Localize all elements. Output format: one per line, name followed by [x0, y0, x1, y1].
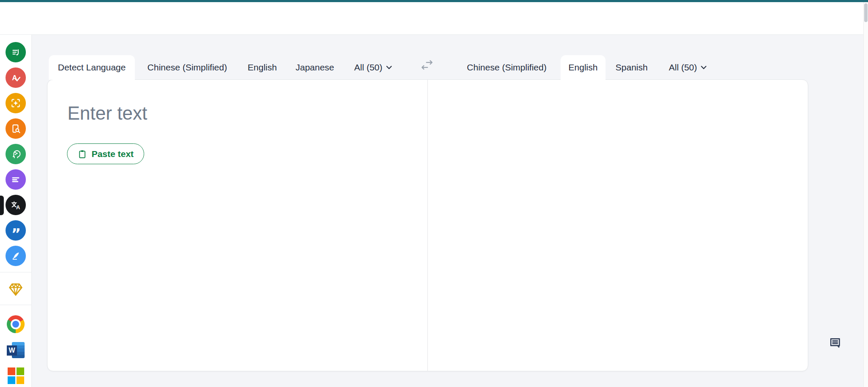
swap-arrows-icon [419, 59, 435, 71]
tab-target-spanish[interactable]: Spanish [609, 55, 654, 79]
sidebar-item-premium[interactable] [6, 279, 26, 299]
sidebar-item-summarizer[interactable] [6, 169, 26, 190]
sidebar-item-paraphraser[interactable] [6, 42, 26, 62]
paraphraser-icon [10, 47, 21, 58]
tab-source-japanese[interactable]: Japanese [290, 55, 340, 79]
quillbot-translate-page: QuillBot Translate Upgrade to Premium A [0, 0, 868, 387]
citation-quotes-icon: ” [11, 230, 20, 238]
svg-text:A: A [16, 204, 20, 210]
feedback-button[interactable] [826, 334, 845, 352]
sidebar-item-chrome-extension[interactable] [6, 314, 26, 334]
clipboard-icon [78, 149, 87, 159]
paste-text-button[interactable]: Paste text [67, 143, 144, 164]
sidebar-item-translator[interactable]: A [6, 195, 26, 215]
tab-target-chinese-simplified[interactable]: Chinese (Simplified) [460, 55, 553, 79]
sidebar-item-microsoft[interactable] [6, 365, 26, 386]
summarizer-icon [10, 174, 21, 185]
accent-top-line [0, 0, 868, 2]
sidebar-item-citation-generator[interactable]: ” [6, 220, 26, 241]
word-icon: W [7, 342, 25, 358]
tab-detect-language[interactable]: Detect Language [49, 55, 135, 80]
tab-source-chinese-simplified[interactable]: Chinese (Simplified) [145, 55, 230, 79]
target-text-output [428, 80, 808, 371]
chrome-icon [7, 315, 25, 333]
tab-target-english[interactable]: English [561, 55, 606, 80]
swap-languages-button[interactable] [417, 56, 437, 73]
scrollbar[interactable] [863, 0, 868, 387]
microsoft-icon [8, 367, 24, 384]
topbar-divider [0, 34, 863, 35]
chevron-down-icon [701, 65, 707, 70]
sidebar-item-word-addin[interactable]: W [6, 340, 26, 360]
sidebar-item-grammar-checker[interactable]: A [6, 67, 26, 88]
flow-quill-icon [10, 250, 21, 261]
feedback-icon [829, 335, 842, 351]
tab-target-all-languages[interactable]: All (50) [662, 55, 713, 79]
diamond-icon [7, 280, 24, 297]
sidebar-divider [0, 305, 31, 305]
sidebar-divider [0, 272, 31, 272]
tab-source-english[interactable]: English [242, 55, 283, 79]
topbar [0, 2, 863, 34]
sidebar-item-ai-detector[interactable] [6, 93, 26, 113]
input-placeholder: Enter text [67, 102, 147, 125]
tab-source-all-languages[interactable]: All (50) [348, 55, 399, 79]
chevron-down-icon [386, 65, 392, 70]
sidebar-active-indicator [0, 196, 4, 215]
translator-icon: A [10, 199, 22, 211]
plagiarism-checker-icon [10, 123, 21, 134]
grammar-checker-icon: A [10, 72, 21, 83]
sidebar-item-quillbot-flow[interactable] [6, 246, 26, 266]
ai-detector-icon [10, 98, 21, 109]
sidebar-item-ai-humanizer[interactable] [6, 144, 26, 164]
sidebar-item-plagiarism-checker[interactable] [6, 118, 26, 139]
ai-humanizer-icon [10, 149, 21, 160]
scrollbar-thumb[interactable] [864, 3, 868, 22]
